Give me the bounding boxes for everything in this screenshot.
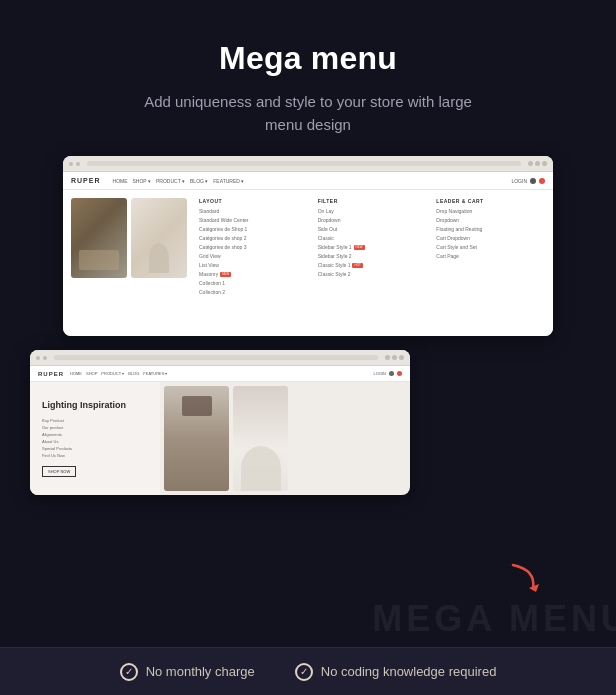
bottom-nav-link: PRODUCT ▾ <box>101 371 124 376</box>
browser-chrome-top <box>63 156 553 172</box>
dropdown-image-1 <box>71 198 127 278</box>
dropdown-columns: LAYOUT Standard Standard Wide Center Cat… <box>199 198 545 328</box>
layout-item: Catégories de Shop 1 <box>199 226 308 233</box>
filter-column: FILTER On Lay Dropdown Side Out Classic … <box>318 198 427 328</box>
layout-col-title: LAYOUT <box>199 198 308 204</box>
bottom-nav-link: SHOP <box>86 371 97 376</box>
bottom-cart-icon <box>389 371 394 376</box>
filter-item: Sidebar Style 1 NEW <box>318 244 427 251</box>
leader-item: Cart Style and Set <box>436 244 545 251</box>
footer-text-1: No monthly charge <box>146 664 255 679</box>
filter-item: Classic <box>318 235 427 242</box>
nav-links: HOME SHOP ▾ PRODUCT ▾ BLOG ▾ FEATURED ▾ <box>113 178 245 184</box>
browser-chrome-bottom <box>30 350 410 366</box>
menu-link: Alignments <box>42 432 72 437</box>
layout-item: Catégories de shop 2 <box>199 235 308 242</box>
filter-item: Classic Style 1 HOT <box>318 262 427 269</box>
top-nav: RUPER HOME SHOP ▾ PRODUCT ▾ BLOG ▾ FEATU… <box>63 172 553 190</box>
browser-icon <box>535 161 540 166</box>
browser-icon <box>528 161 533 166</box>
footer-item-1: ✓ No monthly charge <box>120 663 255 681</box>
browser-address-bar <box>87 161 521 166</box>
browser-icons <box>528 161 547 166</box>
leader-item: Drop Navigation <box>436 208 545 215</box>
leader-item: Cart Dropdown <box>436 235 545 242</box>
bottom-mega-menu: Lighting Inspiration Buy Product Our pro… <box>30 382 410 495</box>
check-circle-icon: ✓ <box>120 663 138 681</box>
browser-dot <box>69 162 73 166</box>
bottom-login-link: LOGIN <box>374 371 386 376</box>
check-circle-icon-2: ✓ <box>295 663 313 681</box>
bottom-nav-link: FEATURES ▾ <box>143 371 167 376</box>
leader-item: Dropdown <box>436 217 545 224</box>
browser-dot <box>36 356 40 360</box>
menu-link: Buy Product <box>42 418 72 423</box>
lighting-inspiration-text: Lighting Inspiration <box>42 400 126 412</box>
bottom-wishlist-icon <box>397 371 402 376</box>
leader-item: Floating and Resting <box>436 226 545 233</box>
browser-icon <box>399 355 404 360</box>
layout-item: List View <box>199 262 308 269</box>
layout-item: Grid View <box>199 253 308 260</box>
arrow-bottom-right-icon <box>501 550 551 600</box>
nav-link: PRODUCT ▾ <box>156 178 185 184</box>
browser-icon <box>385 355 390 360</box>
nav-logo: RUPER <box>71 177 101 184</box>
layout-item: Collection 2 <box>199 289 308 296</box>
bottom-nav-links: HOME SHOP PRODUCT ▾ BLOG FEATURES ▾ <box>70 371 167 376</box>
bottom-bar: ✓ No monthly charge ✓ No coding knowledg… <box>0 647 616 695</box>
menu-link: Our product <box>42 425 72 430</box>
filter-item: Side Out <box>318 226 427 233</box>
nav-link: BLOG ▾ <box>190 178 208 184</box>
layout-item: Collection 1 <box>199 280 308 287</box>
cart-icon <box>530 178 536 184</box>
browser-dot <box>76 162 80 166</box>
footer-text-2: No coding knowledge required <box>321 664 497 679</box>
bottom-menu-links: Buy Product Our product Alignments About… <box>42 418 72 458</box>
browser-dot <box>43 356 47 360</box>
screenshot-top: RUPER HOME SHOP ▾ PRODUCT ▾ BLOG ▾ FEATU… <box>63 156 553 336</box>
layout-column: LAYOUT Standard Standard Wide Center Cat… <box>199 198 308 328</box>
browser-icon <box>392 355 397 360</box>
bottom-left-panel: Lighting Inspiration Buy Product Our pro… <box>30 382 160 495</box>
leader-cart-column: LEADER & CART Drop Navigation Dropdown F… <box>436 198 545 328</box>
leader-item: Cart Page <box>436 253 545 260</box>
nav-right-icons: LOGIN <box>511 178 545 184</box>
bottom-nav: RUPER HOME SHOP PRODUCT ▾ BLOG FEATURES … <box>30 366 410 382</box>
dropdown-images <box>71 198 191 328</box>
bottom-nav-logo: RUPER <box>38 371 64 377</box>
bottom-nav-right: LOGIN <box>374 371 402 376</box>
watermark-text: MEGA MENU <box>372 598 616 640</box>
bottom-nav-link: BLOG <box>128 371 139 376</box>
filter-item: Dropdown <box>318 217 427 224</box>
browser-address-bar <box>54 355 378 360</box>
bottom-nav-link: HOME <box>70 371 82 376</box>
footer-item-2: ✓ No coding knowledge required <box>295 663 497 681</box>
shop-now-button: SHOP NOW <box>42 466 76 477</box>
menu-link: About Us <box>42 439 72 444</box>
mega-dropdown: LAYOUT Standard Standard Wide Center Cat… <box>63 190 553 336</box>
nav-link: FEATURED ▾ <box>213 178 244 184</box>
filter-col-title: FILTER <box>318 198 427 204</box>
layout-item: Masonry NEW <box>199 271 308 278</box>
nav-link: HOME <box>113 178 128 184</box>
screenshots-area: RUPER HOME SHOP ▾ PRODUCT ▾ BLOG ▾ FEATU… <box>0 156 616 695</box>
checkmark-icon: ✓ <box>125 667 133 677</box>
dropdown-image-2 <box>131 198 187 278</box>
bottom-image-tall <box>164 386 229 491</box>
screenshot-bottom: RUPER HOME SHOP PRODUCT ▾ BLOG FEATURES … <box>30 350 410 495</box>
wishlist-icon <box>539 178 545 184</box>
page-container: Mega menu Add uniqueness and style to yo… <box>0 0 616 695</box>
browser-icon <box>542 161 547 166</box>
menu-link: Special Products <box>42 446 72 451</box>
header-section: Mega menu Add uniqueness and style to yo… <box>98 0 518 156</box>
layout-item: Standard Wide Center <box>199 217 308 224</box>
filter-item: On Lay <box>318 208 427 215</box>
filter-item: Classic Style 2 <box>318 271 427 278</box>
subtitle: Add uniqueness and style to your store w… <box>128 91 488 136</box>
browser-icons <box>385 355 404 360</box>
login-link: LOGIN <box>511 178 527 184</box>
checkmark-icon-2: ✓ <box>300 667 308 677</box>
filter-item: Sidebar Style 2 <box>318 253 427 260</box>
leader-cart-title: LEADER & CART <box>436 198 545 204</box>
